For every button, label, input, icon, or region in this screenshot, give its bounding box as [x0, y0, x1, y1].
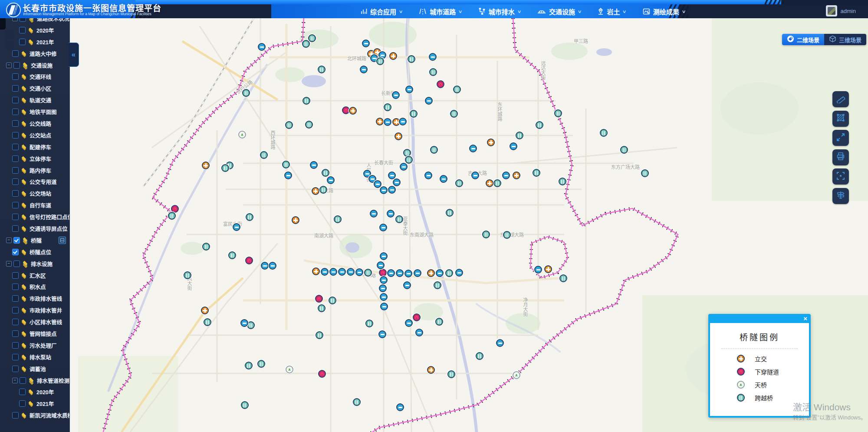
collapse-node-icon[interactable]: − — [12, 378, 18, 383]
map-marker-crossbridge[interactable] — [384, 103, 391, 111]
map-marker-crossbridge[interactable] — [516, 132, 523, 139]
map-marker-riverbridge[interactable] — [534, 266, 542, 274]
layer-checkbox[interactable] — [20, 18, 26, 22]
tree-item-排水设施[interactable]: −排水设施 — [0, 258, 69, 270]
tree-item-立体停车[interactable]: 立体停车 — [0, 153, 69, 165]
map-marker-crossbridge[interactable] — [620, 146, 628, 154]
layer-checkbox[interactable] — [20, 377, 26, 384]
map-marker-crossbridge[interactable] — [308, 34, 316, 42]
map-marker-riverbridge[interactable] — [471, 171, 479, 179]
nav-item-1[interactable]: 综合应用∨ — [360, 7, 402, 16]
map-marker-crossbridge[interactable] — [202, 243, 210, 251]
map-marker-crossbridge[interactable] — [305, 121, 313, 129]
locate-button[interactable] — [832, 168, 849, 185]
map-marker-crossbridge[interactable] — [559, 178, 566, 185]
layer-checkbox[interactable] — [13, 62, 20, 69]
tree-item-道路大中修[interactable]: 道路大中修 — [0, 48, 69, 59]
layer-checkbox[interactable] — [13, 261, 20, 267]
map-marker-riverbridge[interactable] — [424, 171, 432, 179]
layer-checkbox[interactable] — [19, 400, 26, 407]
map-marker-riverbridge[interactable] — [380, 252, 388, 260]
collapse-node-icon[interactable]: − — [6, 261, 12, 267]
tree-item-交通诱导屏点位[interactable]: 交通诱导屏点位 — [0, 223, 69, 234]
map-marker-flyover[interactable] — [427, 269, 435, 277]
map-marker-crossbridge[interactable] — [334, 215, 342, 223]
map-marker-riverbridge[interactable] — [387, 269, 395, 277]
layer-checkbox[interactable] — [12, 120, 19, 127]
layer-checkbox[interactable] — [12, 73, 19, 80]
tree-item-路内停车[interactable]: 路内停车 — [0, 165, 69, 176]
map-marker-footbridge[interactable]: ∧ — [513, 371, 520, 379]
map-marker-crossbridge[interactable] — [482, 231, 490, 238]
map-marker-riverbridge[interactable] — [496, 339, 504, 347]
tree-item-市政排水管井[interactable]: 市政排水管井 — [0, 304, 69, 316]
tree-item-2021年[interactable]: 2021年 — [0, 398, 69, 409]
scene-2d-button[interactable]: 二维场景 — [782, 34, 824, 45]
map-marker-riverbridge[interactable] — [380, 276, 388, 284]
map-marker-crossbridge[interactable] — [364, 269, 372, 277]
nav-item-2[interactable]: 城市道路∨ — [419, 7, 462, 16]
map-marker-flyover[interactable] — [349, 107, 357, 115]
layer-checkbox[interactable] — [12, 330, 19, 337]
map-marker-riverbridge[interactable] — [405, 319, 413, 327]
map-marker-riverbridge[interactable] — [321, 268, 329, 276]
map-marker-riverbridge[interactable] — [425, 97, 433, 105]
map-marker-crossbridge[interactable] — [434, 281, 441, 289]
sidebar-collapse-button[interactable]: « — [69, 43, 79, 67]
map-marker-riverbridge[interactable] — [393, 178, 401, 186]
map-marker-riverbridge[interactable] — [284, 171, 292, 179]
tree-item-公交站点[interactable]: 公交站点 — [0, 129, 69, 141]
map-marker-flyover[interactable] — [312, 187, 319, 195]
map-marker-crossbridge[interactable] — [365, 320, 373, 327]
map-marker-riverbridge[interactable] — [355, 268, 363, 276]
map-marker-riverbridge[interactable] — [327, 176, 335, 184]
map-marker-crossbridge[interactable] — [410, 110, 418, 118]
map-marker-riverbridge[interactable] — [347, 268, 355, 276]
map-marker-flyover[interactable] — [201, 307, 209, 314]
map-marker-crossbridge[interactable] — [221, 164, 229, 172]
map-marker-crossbridge[interactable] — [285, 121, 293, 129]
map-marker-tunnel[interactable]: ∩ — [437, 80, 444, 88]
tree-item-配建停车[interactable]: 配建停车 — [0, 141, 69, 153]
map-marker-riverbridge[interactable] — [429, 53, 437, 61]
map-marker-crossbridge[interactable] — [450, 110, 458, 118]
tree-item-污水处理厂[interactable]: 污水处理厂 — [0, 340, 69, 351]
map-marker-flyover[interactable] — [292, 216, 299, 224]
layer-checkbox[interactable] — [19, 389, 26, 395]
map-marker-crossbridge[interactable] — [435, 318, 443, 326]
map-marker-riverbridge[interactable] — [388, 171, 396, 179]
tree-item-2021年[interactable]: 2021年 — [0, 36, 69, 48]
map-marker-crossbridge[interactable] — [245, 362, 253, 369]
layer-checkbox[interactable] — [12, 132, 19, 139]
layer-checkbox[interactable] — [12, 167, 19, 174]
tree-item-新凯河流域水质检测[interactable]: 新凯河流域水质检测 — [0, 409, 69, 421]
layer-checkbox[interactable] — [12, 97, 19, 103]
map-marker-crossbridge[interactable] — [476, 352, 483, 360]
map-marker-riverbridge[interactable] — [362, 40, 370, 47]
map-marker-riverbridge[interactable] — [380, 293, 388, 301]
nav-item-5[interactable]: 岩土∨ — [598, 7, 626, 16]
map-marker-riverbridge[interactable] — [233, 223, 240, 231]
map-marker-crossbridge[interactable] — [376, 57, 384, 65]
map-marker-riverbridge[interactable] — [329, 268, 337, 276]
layer-checkbox[interactable] — [12, 144, 19, 150]
map-marker-riverbridge[interactable] — [399, 118, 407, 125]
map-marker-riverbridge[interactable] — [310, 161, 318, 169]
map-marker-crossbridge[interactable] — [241, 401, 249, 409]
layer-checkbox[interactable] — [19, 39, 26, 45]
map-marker-crossbridge[interactable] — [403, 149, 411, 157]
user-box[interactable]: admin — [826, 5, 856, 16]
nav-item-6[interactable]: 测绘成果∨ — [643, 7, 685, 16]
map-marker-riverbridge[interactable] — [415, 329, 423, 336]
tree-item-调蓄池[interactable]: 调蓄池 — [0, 363, 69, 375]
map-marker-riverbridge[interactable] — [258, 43, 266, 51]
layer-checkbox[interactable] — [12, 366, 19, 372]
map-marker-crossbridge[interactable] — [329, 297, 336, 304]
tree-item-公交场站[interactable]: 公交场站 — [0, 188, 69, 199]
map-marker-crossbridge[interactable] — [318, 66, 326, 73]
map-marker-crossbridge[interactable] — [429, 68, 437, 76]
map-marker-riverbridge[interactable] — [469, 145, 477, 152]
layer-checkbox[interactable] — [13, 237, 20, 244]
map-marker-crossbridge[interactable] — [533, 169, 540, 177]
measure-distance-button[interactable] — [832, 91, 849, 107]
